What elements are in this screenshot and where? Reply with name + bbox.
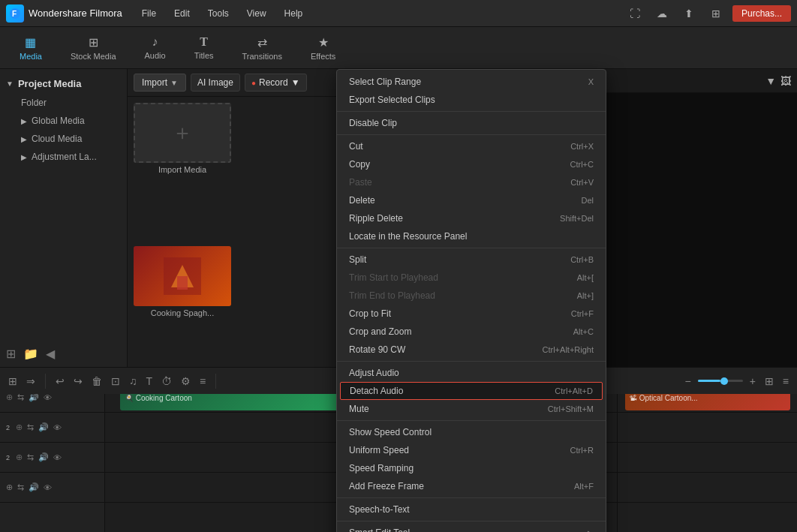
menu-help[interactable]: Help — [277, 5, 311, 22]
toolbar-separator-2 — [215, 374, 216, 389]
ctx-cut-shortcut: Ctrl+X — [570, 142, 594, 151]
ctx-smart-edit[interactable]: Smart Edit Tool ▶ — [337, 524, 606, 532]
record-label: Record — [259, 77, 288, 88]
menu-view[interactable]: View — [239, 5, 274, 22]
crop-tool-icon[interactable]: ⊡ — [109, 373, 122, 389]
list-item: Cooking Spagh... — [134, 246, 231, 383]
ctx-export-selected[interactable]: Export Selected Clips — [337, 91, 606, 109]
menu-tools[interactable]: Tools — [200, 5, 236, 22]
zoom-handle[interactable] — [720, 377, 728, 385]
zoom-out-icon[interactable]: − — [682, 373, 693, 389]
ctx-ripple-delete[interactable]: Ripple Delete Shift+Del — [337, 209, 606, 227]
track-2-icon: ⊕ — [16, 422, 23, 432]
more-options-icon[interactable]: ≡ — [780, 373, 791, 389]
import-button[interactable]: Import ▼ — [134, 74, 186, 92]
ai-image-button[interactable]: AI Image — [191, 74, 240, 92]
delete-icon[interactable]: 🗑 — [89, 373, 104, 389]
preview-image-icon[interactable]: 🖼 — [780, 75, 791, 87]
ctx-mute[interactable]: Mute Ctrl+Shift+M — [337, 400, 606, 418]
fullscreen-icon[interactable]: ⛶ — [624, 3, 645, 24]
ctx-select-clip-range[interactable]: Select Clip Range X — [337, 73, 606, 91]
ctx-show-speed[interactable]: Show Speed Control — [337, 423, 606, 441]
svg-text:F: F — [12, 10, 17, 18]
zoom-slider[interactable] — [698, 380, 743, 382]
ctx-crop-fit-shortcut: Ctrl+F — [571, 309, 594, 318]
adjust-icon[interactable]: ⚙ — [179, 373, 193, 389]
upload-icon[interactable]: ⬆ — [678, 3, 699, 24]
text-tool-icon[interactable]: T — [144, 373, 155, 389]
top-right-icons: ⛶ ☁ ⬆ ⊞ Purchas... — [624, 3, 791, 24]
audio-tool-icon[interactable]: ♫ — [127, 373, 140, 389]
adjustment-arrow: ▶ — [21, 153, 27, 161]
layout-icon[interactable]: ⊞ — [705, 3, 726, 24]
import-media-placeholder[interactable]: ＋ — [134, 103, 231, 163]
ctx-disable-clip[interactable]: Disable Clip — [337, 114, 606, 132]
ctx-uniform-speed[interactable]: Uniform Speed Ctrl+R — [337, 441, 606, 459]
tab-transitions[interactable]: ⇄ Transitions — [229, 32, 296, 64]
ctx-crop-fit[interactable]: Crop to Fit Ctrl+F — [337, 305, 606, 323]
ctx-crop-fit-label: Crop to Fit — [349, 308, 391, 319]
ctx-crop-zoom[interactable]: Crop and Zoom Alt+C — [337, 323, 606, 341]
ctx-split[interactable]: Split Ctrl+B — [337, 251, 606, 269]
timer-icon[interactable]: ⏱ — [159, 373, 174, 389]
cloud-icon[interactable]: ☁ — [651, 3, 672, 24]
ctx-freeze-frame[interactable]: Add Freeze Frame Alt+F — [337, 477, 606, 495]
toolbar-separator — [45, 374, 46, 389]
timeline-labels: ⊕ ⇆ 🔊 👁 2 ⊕ ⇆ 🔊 👁 2 ⊕ ⇆ 🔊 👁 ⊕ ⇆ — [0, 383, 105, 532]
tab-titles[interactable]: T Titles — [181, 32, 227, 63]
ctx-uniform-speed-label: Uniform Speed — [349, 445, 409, 455]
tab-media[interactable]: ▦ Media — [6, 32, 56, 64]
chevron-left-icon[interactable]: ◀ — [46, 347, 55, 361]
ai-image-label: AI Image — [197, 77, 233, 88]
tab-effects[interactable]: ★ Effects — [297, 32, 349, 64]
redo-icon[interactable]: ↪ — [71, 373, 85, 389]
ctx-copy-label: Copy — [349, 159, 370, 170]
ctx-locate-resource[interactable]: Locate in the Resource Panel — [337, 227, 606, 245]
ctx-speech-to-text[interactable]: Speech-to-Text — [337, 500, 606, 518]
undo-icon[interactable]: ↩ — [53, 373, 67, 389]
tab-stock-media[interactable]: ⊞ Stock Media — [57, 32, 130, 64]
folder-icon[interactable]: 📁 — [23, 347, 38, 361]
sidebar-global-media[interactable]: ▶ Global Media — [0, 112, 127, 130]
ctx-sep-7 — [337, 521, 606, 521]
link-icon[interactable]: ⇒ — [24, 373, 38, 389]
ctx-detach-audio[interactable]: Detach Audio Ctrl+Alt+D — [340, 382, 603, 400]
cooking-video-thumb[interactable] — [134, 246, 231, 306]
menu-edit[interactable]: Edit — [167, 5, 197, 22]
preview-dropdown-icon[interactable]: ▼ — [765, 75, 776, 87]
zoom-in-icon[interactable]: + — [747, 373, 758, 389]
ctx-adjust-audio[interactable]: Adjust Audio — [337, 364, 606, 382]
tab-audio[interactable]: ♪ Audio — [131, 32, 179, 63]
ctx-rotate[interactable]: Rotate 90 CW Ctrl+Alt+Right — [337, 341, 606, 359]
track-bottom-eye: 👁 — [44, 483, 52, 492]
add-track-icon[interactable]: ⊞ — [6, 373, 20, 389]
track-bottom-add[interactable]: ⊕ — [6, 482, 13, 492]
track-row-r3 — [618, 443, 797, 473]
ctx-delete[interactable]: Delete Del — [337, 191, 606, 209]
sidebar-adjustment[interactable]: ▶ Adjustment La... — [0, 148, 127, 166]
sidebar-cloud-media[interactable]: ▶ Cloud Media — [0, 130, 127, 148]
record-dot-icon: ● — [251, 79, 256, 87]
sidebar-folder[interactable]: Folder — [0, 94, 127, 112]
purchase-button[interactable]: Purchas... — [732, 5, 791, 22]
ctx-sep-4 — [337, 361, 606, 362]
record-button[interactable]: ● Record ▼ — [245, 74, 307, 92]
ctx-speed-ramping[interactable]: Speed Ramping — [337, 459, 606, 477]
ctx-speech-to-text-label: Speech-to-Text — [349, 504, 410, 515]
ctx-split-label: Split — [349, 254, 366, 265]
ctx-ripple-delete-shortcut: Shift+Del — [560, 214, 594, 223]
more-icon[interactable]: ≡ — [197, 373, 208, 389]
ctx-paste-shortcut: Ctrl+V — [570, 178, 594, 187]
track-2-audio-icon: 🔊 — [38, 422, 49, 432]
sidebar-project-media[interactable]: ▼ Project Media — [0, 74, 127, 94]
ctx-cut[interactable]: Cut Ctrl+X — [337, 137, 606, 155]
add-folder-icon[interactable]: ⊞ — [6, 347, 16, 361]
ctx-trim-start-label: Trim Start to Playhead — [349, 272, 438, 283]
ctx-paste-label: Paste — [349, 177, 372, 188]
menu-file[interactable]: File — [134, 5, 164, 22]
ctx-sep-6 — [337, 497, 606, 498]
grid-view-icon[interactable]: ⊞ — [762, 373, 776, 389]
ctx-locate-resource-label: Locate in the Resource Panel — [349, 231, 467, 242]
track-2-link-icon: ⇆ — [27, 422, 34, 432]
ctx-copy[interactable]: Copy Ctrl+C — [337, 155, 606, 173]
